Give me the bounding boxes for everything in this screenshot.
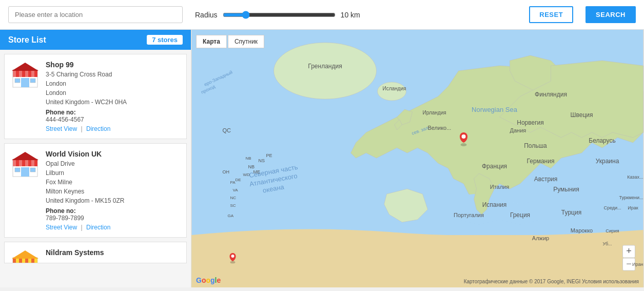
location-input[interactable] <box>8 6 183 23</box>
store-phone: 444-456-4567 <box>46 116 180 123</box>
direction-link[interactable]: Direction <box>86 224 110 231</box>
svg-text:Беларусь: Беларусь <box>589 137 615 144</box>
radius-section: Radius 10 km <box>195 11 517 19</box>
store-list-header: Store List 7 stores <box>0 30 191 50</box>
store-address: 3-5 Charing Cross Road London London Uni… <box>46 70 180 107</box>
svg-text:NB: NB <box>246 156 251 161</box>
svg-marker-26 <box>12 250 38 259</box>
svg-text:−: − <box>626 259 632 269</box>
svg-text:Сирия: Сирия <box>606 228 619 234</box>
svg-text:Дания: Дания <box>510 127 526 133</box>
store-phone-label: Phone no: <box>46 207 180 215</box>
store-address: Opal Drive Lilburn Fox Milne Milton Keyn… <box>46 159 180 205</box>
map-pin-2 <box>230 253 236 264</box>
svg-text:QC: QC <box>223 127 231 133</box>
svg-point-81 <box>231 255 235 258</box>
map-area[interactable]: Карта Спутник <box>191 30 644 287</box>
svg-text:Австрия: Австрия <box>534 176 558 183</box>
svg-rect-15 <box>31 159 34 166</box>
svg-text:Уб...: Уб... <box>602 241 612 246</box>
street-view-link[interactable]: Street View <box>46 224 77 231</box>
svg-point-28 <box>274 43 377 99</box>
svg-text:Португалия: Португалия <box>454 212 484 218</box>
svg-text:Иран: Иран <box>632 262 643 267</box>
svg-text:Франция: Франция <box>482 163 507 170</box>
svg-rect-18 <box>30 168 35 172</box>
links-separator: | <box>81 224 83 231</box>
store-item: Shop 99 3-5 Charing Cross Road London Lo… <box>4 54 187 139</box>
svg-rect-4 <box>25 70 28 77</box>
svg-text:OH: OH <box>223 169 230 174</box>
svg-marker-9 <box>12 63 38 71</box>
svg-text:Польша: Польша <box>524 142 547 149</box>
svg-text:ME: ME <box>253 169 261 174</box>
sidebar: Store List 7 stores <box>0 30 191 287</box>
store-name: Shop 99 <box>46 61 180 69</box>
svg-text:Греция: Греция <box>510 211 530 219</box>
svg-text:Румыния: Румыния <box>553 186 579 193</box>
svg-text:NS: NS <box>259 158 265 163</box>
store-count-badge: 7 stores <box>147 35 183 45</box>
svg-rect-17 <box>15 168 20 172</box>
svg-marker-19 <box>12 152 38 160</box>
map-tab-satellite[interactable]: Спутник <box>228 35 264 48</box>
svg-rect-8 <box>30 79 35 83</box>
svg-point-29 <box>378 82 406 101</box>
map-tabs: Карта Спутник <box>196 35 264 48</box>
map-svg: Гренландия Исландия Финляндия Швеция Нор… <box>191 30 644 287</box>
store-info-shop99: Shop 99 3-5 Charing Cross Road London Lo… <box>46 61 180 132</box>
svg-text:Казах...: Казах... <box>627 174 643 180</box>
svg-text:Алжир: Алжир <box>532 235 549 241</box>
svg-text:Среди...: Среди... <box>603 205 621 210</box>
store-icon-shop99 <box>11 61 40 89</box>
svg-text:Велико...: Велико... <box>428 125 452 131</box>
svg-rect-12 <box>13 159 16 166</box>
svg-rect-16 <box>21 167 29 177</box>
svg-text:Гренландия: Гренландия <box>308 63 342 70</box>
svg-text:SC: SC <box>230 203 236 208</box>
search-button[interactable]: SEARCH <box>586 6 636 23</box>
svg-point-78 <box>461 143 467 146</box>
store-phone: 789-789-7899 <box>46 215 180 222</box>
svg-text:WD: WD <box>243 172 250 177</box>
radius-slider[interactable] <box>223 11 336 19</box>
svg-rect-5 <box>31 70 34 77</box>
store-name: Nildram Systems <box>46 248 180 257</box>
svg-text:Марокко: Марокко <box>571 227 593 234</box>
svg-text:GA: GA <box>228 214 234 218</box>
svg-text:Ирак: Ирак <box>628 205 638 210</box>
store-list-title: Store List <box>8 35 46 45</box>
store-icon-worldvision <box>11 150 40 179</box>
map-copyright: Картографические данные © 2017 Google, I… <box>464 279 639 284</box>
store-name: World Vision UK <box>46 150 180 158</box>
svg-text:Германия: Германия <box>527 158 555 165</box>
store-icon-nildram <box>11 248 40 263</box>
links-separator: | <box>81 125 83 132</box>
svg-text:VA: VA <box>233 188 239 192</box>
main-content: Store List 7 stores <box>0 30 644 287</box>
svg-text:PE: PE <box>266 153 272 158</box>
svg-text:Ирландия: Ирландия <box>423 110 446 115</box>
svg-point-79 <box>462 134 466 139</box>
map-tab-map[interactable]: Карта <box>196 35 227 48</box>
direction-link[interactable]: Direction <box>86 125 110 132</box>
svg-rect-13 <box>19 159 22 166</box>
svg-rect-3 <box>19 70 22 77</box>
svg-text:Швеция: Швеция <box>571 111 593 119</box>
store-item: World Vision UK Opal Drive Lilburn Fox M… <box>4 143 187 238</box>
store-item: Nildram Systems <box>4 242 187 263</box>
svg-text:Исландия: Исландия <box>383 86 406 91</box>
svg-text:NC: NC <box>230 196 237 200</box>
street-view-link[interactable]: Street View <box>46 125 77 132</box>
svg-text:Финляндия: Финляндия <box>535 91 567 98</box>
svg-text:+: + <box>626 246 632 256</box>
radius-label: Radius <box>195 11 218 19</box>
reset-button[interactable]: RESET <box>529 6 573 23</box>
svg-text:NB: NB <box>248 164 255 169</box>
store-items-list: Shop 99 3-5 Charing Cross Road London Lo… <box>0 50 191 287</box>
svg-point-80 <box>230 261 236 264</box>
svg-text:DE: DE <box>236 178 241 182</box>
svg-text:Туркмени...: Туркмени... <box>619 195 643 200</box>
store-info-nildram: Nildram Systems <box>46 248 180 257</box>
svg-rect-2 <box>13 70 16 77</box>
